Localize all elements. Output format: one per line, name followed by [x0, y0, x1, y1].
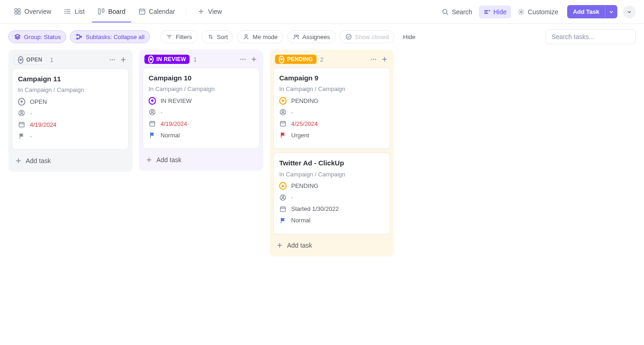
- calendar-icon: [279, 205, 287, 213]
- add-task-dropdown[interactable]: [605, 6, 617, 17]
- column-more-icon[interactable]: [109, 56, 116, 63]
- person-icon: [279, 108, 287, 116]
- assignees-chip[interactable]: Assignees: [287, 30, 336, 43]
- card-date-row: 4/25/2024: [279, 120, 384, 127]
- hide-button[interactable]: Hide: [479, 6, 512, 18]
- svg-rect-10: [98, 9, 100, 14]
- customize-button[interactable]: Customize: [513, 6, 563, 18]
- cards-container: Campaign 11 In Campaign / Campaign OPEN …: [12, 68, 129, 150]
- people-icon: [293, 33, 300, 40]
- card-priority-row: Normal: [279, 217, 384, 224]
- column-add-task[interactable]: Add task: [12, 153, 129, 168]
- card-status: PENDING: [291, 182, 318, 189]
- chip-label: Show closed: [355, 34, 389, 40]
- flag-icon: [149, 131, 156, 139]
- svg-rect-11: [102, 9, 104, 12]
- card-assignee: -: [30, 110, 32, 117]
- column-header: IN REVIEW 1: [143, 53, 259, 68]
- card-assignee-row: -: [279, 194, 384, 201]
- card-title: Campaign 10: [149, 74, 253, 83]
- svg-rect-57: [150, 122, 155, 126]
- svg-line-19: [447, 13, 448, 15]
- search-input[interactable]: [546, 29, 636, 44]
- chip-label: Sort: [217, 34, 228, 40]
- filters-chip[interactable]: Filters: [160, 30, 197, 43]
- add-view-button[interactable]: View: [192, 1, 227, 23]
- cards-container: Campaign 10 In Campaign / Campaign IN RE…: [143, 68, 259, 149]
- tab-label: List: [75, 8, 85, 15]
- task-card[interactable]: Campaign 11 In Campaign / Campaign OPEN …: [12, 68, 129, 150]
- column-add-icon[interactable]: [381, 56, 388, 63]
- column-add-task[interactable]: Add task: [143, 153, 259, 167]
- chip-label: Me mode: [253, 34, 277, 40]
- status-ring-icon: [148, 57, 154, 62]
- search-label: Search: [452, 8, 472, 16]
- tab-overview[interactable]: Overview: [8, 1, 57, 23]
- svg-point-34: [294, 35, 296, 37]
- column-header: OPEN 1: [12, 53, 129, 68]
- person-icon: [279, 194, 287, 201]
- hide-label: Hide: [494, 8, 507, 16]
- svg-point-38: [112, 59, 113, 60]
- svg-point-56: [151, 111, 153, 113]
- filter-icon: [166, 33, 173, 40]
- card-title: Campaign 11: [18, 74, 123, 84]
- column-count: 1: [50, 57, 53, 63]
- task-card[interactable]: Campaign 10 In Campaign / Campaign IN RE…: [143, 68, 259, 149]
- task-card[interactable]: Campaign 9 In Campaign / Campaign PENDIN…: [273, 68, 390, 149]
- subtask-icon: [75, 33, 83, 40]
- search-button[interactable]: Search: [437, 6, 477, 18]
- svg-point-25: [520, 11, 522, 13]
- group-chip[interactable]: Group: Status: [8, 30, 66, 43]
- hide-chip[interactable]: Hide: [398, 31, 420, 43]
- card-status-row: OPEN: [18, 98, 123, 105]
- calendar-icon: [138, 8, 146, 15]
- svg-point-52: [244, 59, 245, 60]
- card-priority-row: Urgent: [279, 131, 384, 139]
- plus-icon: [197, 8, 205, 15]
- column-count: 1: [193, 56, 196, 63]
- add-task-button[interactable]: Add Task: [567, 5, 617, 18]
- more-menu[interactable]: [623, 6, 636, 18]
- svg-point-33: [245, 34, 247, 37]
- card-assignee: -: [161, 109, 162, 116]
- column-actions: [370, 56, 388, 63]
- card-status: IN REVIEW: [161, 97, 192, 104]
- tab-calendar[interactable]: Calendar: [133, 1, 181, 23]
- search-box: [546, 29, 636, 44]
- column-more-icon[interactable]: [239, 56, 247, 63]
- svg-point-39: [114, 59, 115, 60]
- card-status: OPEN: [30, 98, 47, 105]
- column-add-icon[interactable]: [250, 56, 258, 63]
- task-card[interactable]: Twitter Ad - ClickUp In Campaign / Campa…: [273, 153, 390, 234]
- card-assignee: -: [291, 109, 293, 116]
- column-count: 2: [320, 56, 323, 63]
- cards-container: Campaign 9 In Campaign / Campaign PENDIN…: [273, 68, 390, 234]
- sort-chip[interactable]: Sort: [201, 30, 234, 43]
- svg-point-35: [297, 35, 299, 37]
- tab-board[interactable]: Board: [92, 1, 131, 23]
- svg-point-27: [77, 34, 78, 36]
- column-more-icon[interactable]: [370, 56, 377, 63]
- status-ring-icon: [279, 57, 284, 62]
- card-priority: Urgent: [291, 132, 309, 139]
- svg-rect-70: [281, 122, 286, 126]
- flag-icon: [18, 132, 25, 140]
- card-date-row: 4/19/2024: [18, 121, 123, 128]
- chip-label: Hide: [403, 34, 415, 40]
- tab-list[interactable]: List: [58, 1, 90, 23]
- column-add-task[interactable]: Add task: [273, 238, 390, 253]
- add-task-label[interactable]: Add Task: [567, 5, 605, 18]
- column-add-icon[interactable]: [120, 56, 127, 63]
- svg-point-43: [21, 112, 23, 113]
- nav-actions: Search Hide Customize Add Task: [437, 5, 636, 18]
- person-icon: [149, 108, 156, 116]
- status-label: PENDING: [287, 56, 313, 62]
- svg-rect-76: [281, 207, 286, 211]
- me-mode-chip[interactable]: Me mode: [237, 30, 283, 43]
- person-icon: [18, 109, 25, 117]
- chip-label: Group: Status: [24, 34, 61, 40]
- show-closed-chip[interactable]: Show closed: [339, 30, 395, 43]
- subtasks-chip[interactable]: Subtasks: Collapse all: [70, 30, 150, 43]
- status-ring-icon: [279, 97, 287, 104]
